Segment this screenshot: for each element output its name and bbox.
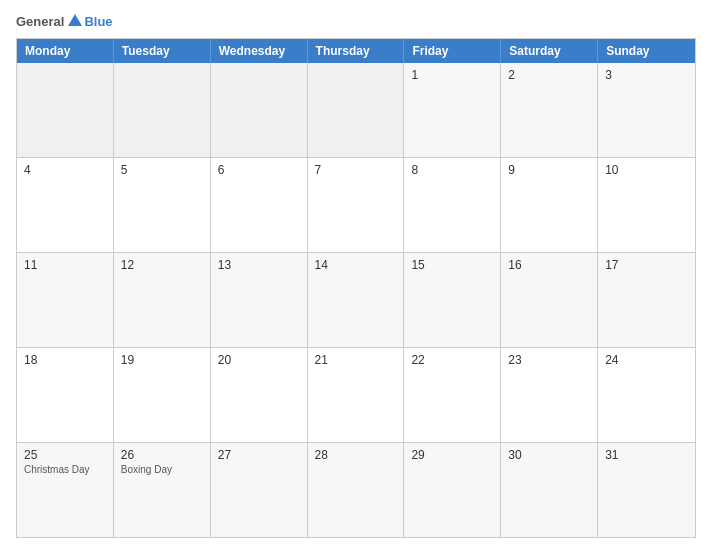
day-cell: 11 [17,253,114,347]
day-number: 10 [605,163,688,177]
day-number: 3 [605,68,688,82]
day-header-sunday: Sunday [598,39,695,63]
day-header-wednesday: Wednesday [211,39,308,63]
day-cell: 7 [308,158,405,252]
day-cell: 14 [308,253,405,347]
day-cell: 26Boxing Day [114,443,211,537]
day-cell: 9 [501,158,598,252]
day-number: 11 [24,258,106,272]
day-number: 30 [508,448,590,462]
holiday-label: Christmas Day [24,464,106,475]
day-cell: 6 [211,158,308,252]
day-cell: 31 [598,443,695,537]
day-cell: 12 [114,253,211,347]
week-row-4: 18192021222324 [17,348,695,443]
day-number: 4 [24,163,106,177]
day-number: 8 [411,163,493,177]
day-cell: 1 [404,63,501,157]
week-row-5: 25Christmas Day26Boxing Day2728293031 [17,443,695,537]
day-cell: 24 [598,348,695,442]
day-cell [308,63,405,157]
day-number: 27 [218,448,300,462]
day-header-monday: Monday [17,39,114,63]
day-number: 12 [121,258,203,272]
day-header-tuesday: Tuesday [114,39,211,63]
week-row-3: 11121314151617 [17,253,695,348]
logo-icon [66,12,84,30]
day-cell [114,63,211,157]
day-number: 1 [411,68,493,82]
day-number: 20 [218,353,300,367]
day-number: 2 [508,68,590,82]
week-row-2: 45678910 [17,158,695,253]
day-number: 7 [315,163,397,177]
day-cell: 19 [114,348,211,442]
day-cell: 20 [211,348,308,442]
day-cell [17,63,114,157]
day-number: 23 [508,353,590,367]
day-cell: 13 [211,253,308,347]
day-header-friday: Friday [404,39,501,63]
week-row-1: 123 [17,63,695,158]
calendar-page: General Blue MondayTuesdayWednesdayThurs… [0,0,712,550]
logo-blue-text: Blue [84,14,112,29]
day-number: 19 [121,353,203,367]
holiday-label: Boxing Day [121,464,203,475]
day-cell [211,63,308,157]
day-cell: 18 [17,348,114,442]
calendar: MondayTuesdayWednesdayThursdayFridaySatu… [16,38,696,538]
day-cell: 8 [404,158,501,252]
logo-general-text: General [16,14,64,29]
day-number: 28 [315,448,397,462]
day-number: 31 [605,448,688,462]
day-cell: 2 [501,63,598,157]
svg-marker-0 [68,14,82,26]
day-cell: 27 [211,443,308,537]
day-cell: 16 [501,253,598,347]
day-number: 14 [315,258,397,272]
day-cell: 30 [501,443,598,537]
header: General Blue [16,12,696,30]
day-cell: 17 [598,253,695,347]
day-number: 26 [121,448,203,462]
day-number: 9 [508,163,590,177]
day-header-saturday: Saturday [501,39,598,63]
day-cell: 3 [598,63,695,157]
day-number: 17 [605,258,688,272]
day-number: 21 [315,353,397,367]
day-number: 13 [218,258,300,272]
day-number: 22 [411,353,493,367]
day-number: 6 [218,163,300,177]
day-number: 25 [24,448,106,462]
day-number: 15 [411,258,493,272]
logo: General Blue [16,12,113,30]
day-cell: 21 [308,348,405,442]
day-cell: 28 [308,443,405,537]
day-header-thursday: Thursday [308,39,405,63]
calendar-body: 1234567891011121314151617181920212223242… [17,63,695,537]
day-cell: 22 [404,348,501,442]
day-number: 18 [24,353,106,367]
day-cell: 23 [501,348,598,442]
day-cell: 15 [404,253,501,347]
day-cell: 29 [404,443,501,537]
day-cell: 25Christmas Day [17,443,114,537]
day-cell: 5 [114,158,211,252]
day-number: 29 [411,448,493,462]
days-header: MondayTuesdayWednesdayThursdayFridaySatu… [17,39,695,63]
day-cell: 4 [17,158,114,252]
day-number: 16 [508,258,590,272]
day-number: 24 [605,353,688,367]
day-cell: 10 [598,158,695,252]
day-number: 5 [121,163,203,177]
